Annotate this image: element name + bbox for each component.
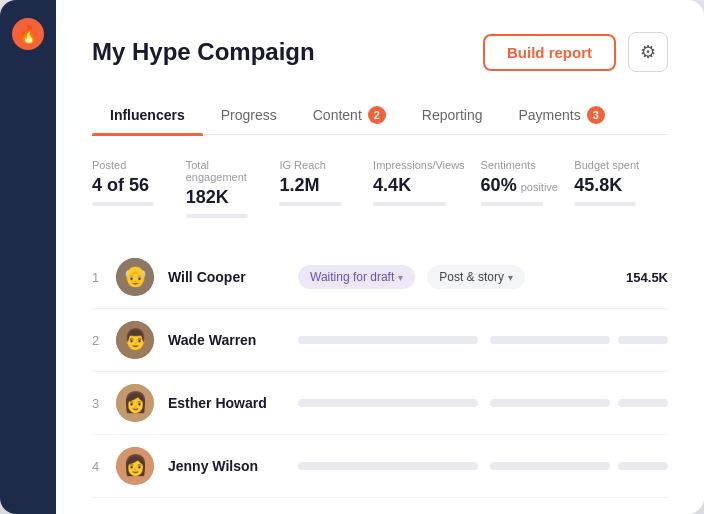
stat-impressions-value: 4.4K: [373, 175, 465, 196]
stat-reach: IG Reach 1.2M: [279, 159, 373, 218]
stat-budget-bar: [574, 202, 636, 206]
row-number: 1: [92, 270, 116, 285]
placeholder-bar: [490, 336, 610, 344]
svg-text:🔥: 🔥: [18, 24, 40, 45]
stat-posted-bar: [92, 202, 154, 206]
tab-progress[interactable]: Progress: [203, 96, 295, 134]
tab-payments[interactable]: Payments 3: [500, 96, 622, 134]
avatar: 👨: [116, 321, 154, 359]
svg-text:👨: 👨: [123, 327, 148, 351]
header-row: My Hype Compaign Build report ⚙: [92, 32, 668, 72]
table-row: 4 👩 Jenny Wilson: [92, 435, 668, 498]
tab-content[interactable]: Content 2: [295, 96, 404, 134]
row-metric: [618, 399, 668, 407]
influencer-name: Will Cooper: [168, 269, 298, 285]
stat-sentiments-value: 60%: [481, 175, 517, 196]
content-type-dropdown[interactable]: Post & story ▾: [427, 265, 525, 289]
content-type-label: Post & story: [439, 270, 504, 284]
row-number: 2: [92, 333, 116, 348]
placeholder-bar: [618, 462, 668, 470]
tab-reporting-label: Reporting: [422, 107, 483, 123]
placeholder-bar: [298, 399, 478, 407]
tab-influencers-label: Influencers: [110, 107, 185, 123]
stat-budget-value: 45.8K: [574, 175, 652, 196]
tabs-bar: Influencers Progress Content 2 Reporting…: [92, 96, 668, 135]
svg-text:👩: 👩: [123, 390, 148, 414]
placeholder-bar: [298, 336, 478, 344]
gear-icon: ⚙: [640, 41, 656, 63]
content-badge: 2: [368, 106, 386, 124]
influencer-name: Esther Howard: [168, 395, 298, 411]
row-metric: [618, 462, 668, 470]
placeholder-bar: [298, 462, 478, 470]
tab-payments-label: Payments: [518, 107, 580, 123]
tab-influencers[interactable]: Influencers: [92, 96, 203, 134]
payments-badge: 3: [587, 106, 605, 124]
stat-sentiments: Sentiments 60% positive: [481, 159, 575, 218]
avatar: 👴: [116, 258, 154, 296]
table-row: 3 👩 Esther Howard: [92, 372, 668, 435]
stat-impressions-bar: [373, 202, 446, 206]
avatar: 👩: [116, 384, 154, 422]
placeholder-bar: [618, 336, 668, 344]
chevron-down-icon: ▾: [398, 272, 403, 283]
logo-icon: 🔥: [12, 18, 44, 50]
row-number: 4: [92, 459, 116, 474]
stat-sentiments-label: Sentiments: [481, 159, 559, 171]
placeholder-bar: [490, 462, 610, 470]
stat-engagement-value: 182K: [186, 187, 264, 208]
stat-impressions-label: Impressions/Views: [373, 159, 465, 171]
app-container: 🔥 My Hype Compaign Build report ⚙ Influe…: [0, 0, 704, 514]
svg-text:👩: 👩: [123, 453, 148, 477]
status-label: Waiting for draft: [310, 270, 394, 284]
influencer-list: 1 👴 Will Cooper Waiting for draft ▾ Post…: [92, 246, 668, 498]
row-metric: [618, 336, 668, 344]
placeholder-bar: [490, 399, 610, 407]
stat-sentiments-bar: [481, 202, 543, 206]
stat-impressions: Impressions/Views 4.4K: [373, 159, 481, 218]
svg-text:👴: 👴: [123, 264, 148, 288]
stat-posted: Posted 4 of 56: [92, 159, 186, 218]
stat-budget: Budget spent 45.8K: [574, 159, 668, 218]
stat-engagement-label: Total engagement: [186, 159, 264, 183]
stat-posted-value: 4 of 56: [92, 175, 170, 196]
main-content: My Hype Compaign Build report ⚙ Influenc…: [56, 0, 704, 514]
stat-posted-label: Posted: [92, 159, 170, 171]
stat-reach-label: IG Reach: [279, 159, 357, 171]
stat-budget-label: Budget spent: [574, 159, 652, 171]
stat-reach-bar: [279, 202, 341, 206]
tab-content-label: Content: [313, 107, 362, 123]
stat-engagement-bar: [186, 214, 248, 218]
avatar: 👩: [116, 447, 154, 485]
table-row: 1 👴 Will Cooper Waiting for draft ▾ Post…: [92, 246, 668, 309]
stat-sentiments-sub: positive: [521, 181, 558, 193]
status-dropdown[interactable]: Waiting for draft ▾: [298, 265, 415, 289]
placeholder-bar: [618, 399, 668, 407]
influencer-name: Wade Warren: [168, 332, 298, 348]
stat-reach-value: 1.2M: [279, 175, 357, 196]
page-title: My Hype Compaign: [92, 38, 315, 66]
row-metric: 154.5K: [626, 270, 668, 285]
stat-engagement: Total engagement 182K: [186, 159, 280, 218]
row-number: 3: [92, 396, 116, 411]
build-report-button[interactable]: Build report: [483, 34, 616, 71]
tab-progress-label: Progress: [221, 107, 277, 123]
table-row: 2 👨 Wade Warren: [92, 309, 668, 372]
tab-reporting[interactable]: Reporting: [404, 96, 501, 134]
stats-row: Posted 4 of 56 Total engagement 182K IG …: [92, 159, 668, 218]
chevron-down-icon: ▾: [508, 272, 513, 283]
influencer-name: Jenny Wilson: [168, 458, 298, 474]
settings-button[interactable]: ⚙: [628, 32, 668, 72]
header-actions: Build report ⚙: [483, 32, 668, 72]
sidebar: 🔥: [0, 0, 56, 514]
